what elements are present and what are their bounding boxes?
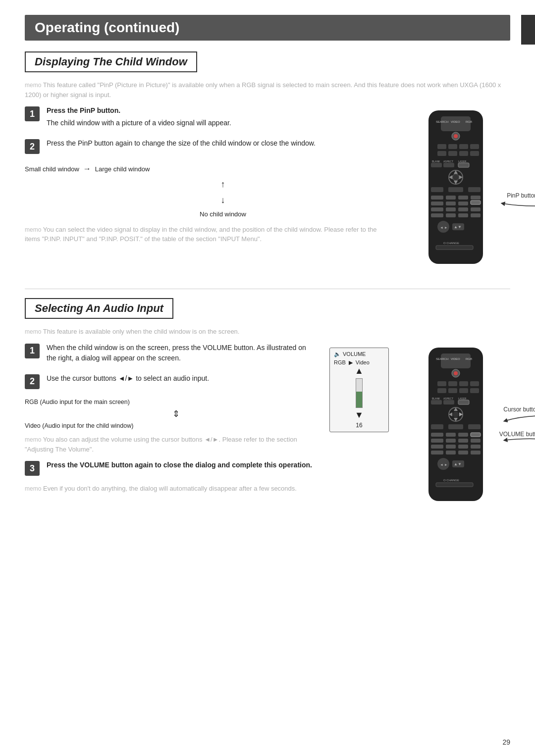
section2-memo1: memo This feature is available only when… xyxy=(25,327,510,337)
audio-rgb-label: RGB (Audio input for the main screen) xyxy=(25,399,130,405)
section2-remote-wrap: SEARCH VIDEO RGB BLANK xyxy=(414,343,498,511)
svg-rect-62 xyxy=(459,381,468,386)
svg-rect-83 xyxy=(431,433,443,437)
arrow-down-icon: ↓ xyxy=(221,192,225,208)
section1-memo1: memo This feature called "PinP (Picture … xyxy=(25,80,510,100)
memo1-label: memo xyxy=(25,82,41,89)
svg-rect-54 xyxy=(441,353,471,368)
svg-text:SEARCH: SEARCH xyxy=(436,357,448,360)
svg-text:O CHANGE: O CHANGE xyxy=(443,242,459,245)
svg-text:VIDEO: VIDEO xyxy=(451,357,460,360)
svg-rect-96 xyxy=(446,451,456,454)
step2: 2 Press the PinP button again to change … xyxy=(25,138,391,154)
audio-video-label: Video (Audio input for the child window) xyxy=(25,422,133,429)
arrow-play-icon: ▶ xyxy=(349,359,353,366)
step2-content: Press the PinP button again to change th… xyxy=(47,138,391,151)
svg-rect-8 xyxy=(448,144,457,149)
vol-arrow-up: ▲ xyxy=(334,366,384,376)
section2-middle: 🔈 VOLUME RGB ▶ Video ▲ xyxy=(327,343,391,511)
audio-diagram: RGB (Audio input for the main screen) ⇕ … xyxy=(25,397,317,431)
svg-rect-45 xyxy=(458,213,468,217)
svg-text:ASPECT: ASPECT xyxy=(443,160,453,163)
section2-right: SEARCH VIDEO RGB BLANK xyxy=(401,343,510,511)
svg-rect-95 xyxy=(431,451,443,454)
step1-content: Press the PinP button. The child window … xyxy=(47,105,391,130)
section1-left: 1 Press the PinP button. The child windo… xyxy=(25,105,391,274)
svg-rect-12 xyxy=(448,151,457,156)
remote-svg-2: SEARCH VIDEO RGB BLANK xyxy=(414,343,498,511)
svg-rect-30 xyxy=(448,187,463,192)
section2-step2: 2 Use the cursor buttons ◄/► to select a… xyxy=(25,373,317,389)
svg-rect-92 xyxy=(446,445,456,449)
svg-rect-44 xyxy=(446,213,456,217)
svg-text:◄ ►: ◄ ► xyxy=(440,463,448,466)
vol-bar-fill xyxy=(356,392,362,407)
section2-step3-line1: Press the VOLUME button again to close t… xyxy=(47,461,312,469)
section2-step1-num: 1 xyxy=(25,344,40,358)
svg-text:ASPECT: ASPECT xyxy=(443,397,453,400)
section2-memo1-text: This feature is available only when the … xyxy=(43,328,240,335)
vol-arrow-down: ▼ xyxy=(334,410,384,420)
step2-line1: Press the PinP button again to change th… xyxy=(47,138,391,149)
step1-num: 1 xyxy=(25,106,40,121)
page-title: Operating (continued) xyxy=(35,20,179,35)
svg-rect-13 xyxy=(459,151,468,156)
section-selecting-audio-input: Selecting An Audio Input memo This featu… xyxy=(25,298,510,511)
svg-rect-34 xyxy=(471,196,481,200)
volume-dialog-row: RGB ▶ Video xyxy=(334,359,384,366)
svg-rect-63 xyxy=(470,381,479,386)
svg-rect-33 xyxy=(458,196,468,200)
svg-rect-39 xyxy=(431,207,443,211)
svg-rect-91 xyxy=(431,445,443,449)
section2-step1-content: When the child window is on the screen, … xyxy=(47,343,317,365)
section1-memo2: memo You can select the video signal to … xyxy=(25,225,391,244)
page: Operating (continued) Displaying The Chi… xyxy=(0,0,535,756)
svg-rect-20 xyxy=(458,163,469,167)
section2-step3-content: Press the VOLUME button again to close t… xyxy=(47,460,317,472)
svg-rect-85 xyxy=(458,433,468,437)
cursor-arrow-svg xyxy=(498,411,535,431)
svg-rect-87 xyxy=(431,439,443,443)
svg-rect-84 xyxy=(446,433,456,437)
step1-line2: The child window with a picture of a vid… xyxy=(47,118,391,128)
svg-rect-60 xyxy=(437,381,446,386)
svg-rect-36 xyxy=(431,202,443,205)
section-divider xyxy=(25,289,510,289)
svg-text:▲▼: ▲▼ xyxy=(454,225,462,229)
vol-number: 16 xyxy=(334,422,384,429)
svg-point-59 xyxy=(454,371,458,375)
remote-svg-1: SEARCH VIDEO RGB xyxy=(414,105,498,274)
svg-rect-64 xyxy=(437,388,446,393)
svg-rect-28 xyxy=(431,187,443,192)
volume-rgb-label: RGB xyxy=(334,359,346,365)
page-header: Operating (continued) xyxy=(25,15,510,41)
section2-memo3-text: Even if you don't do anything, the dialo… xyxy=(43,485,297,492)
speaker-icon: 🔈 xyxy=(334,351,341,357)
svg-rect-73 xyxy=(458,400,469,404)
svg-rect-11 xyxy=(437,151,446,156)
svg-text:VIDEO: VIDEO xyxy=(451,120,460,123)
section1-title: Displaying The Child Window xyxy=(25,51,197,72)
svg-rect-98 xyxy=(471,451,481,454)
volume-arrow-svg xyxy=(498,434,535,449)
svg-text:LASER: LASER xyxy=(458,397,467,400)
svg-point-6 xyxy=(454,134,458,138)
section-displaying-child-window: Displaying The Child Window memo This fe… xyxy=(25,51,510,274)
svg-rect-19 xyxy=(443,163,454,167)
arrow-small-label: Small child window xyxy=(25,163,79,175)
svg-text:▲▼: ▲▼ xyxy=(454,462,462,466)
svg-rect-32 xyxy=(446,196,456,200)
svg-point-27 xyxy=(453,174,459,180)
page-number: 29 xyxy=(502,738,510,746)
svg-rect-71 xyxy=(431,400,442,404)
section2-step3: 3 Press the VOLUME button again to close… xyxy=(25,460,317,476)
svg-text:RGB: RGB xyxy=(466,357,472,360)
svg-rect-97 xyxy=(458,451,468,454)
svg-rect-72 xyxy=(443,400,454,404)
svg-rect-81 xyxy=(468,424,481,429)
svg-rect-80 xyxy=(431,424,443,429)
svg-rect-82 xyxy=(448,424,463,429)
pinp-arrow-svg xyxy=(498,199,535,213)
arrow-row: Small child window → Large child window xyxy=(25,162,391,176)
svg-rect-94 xyxy=(471,445,481,449)
